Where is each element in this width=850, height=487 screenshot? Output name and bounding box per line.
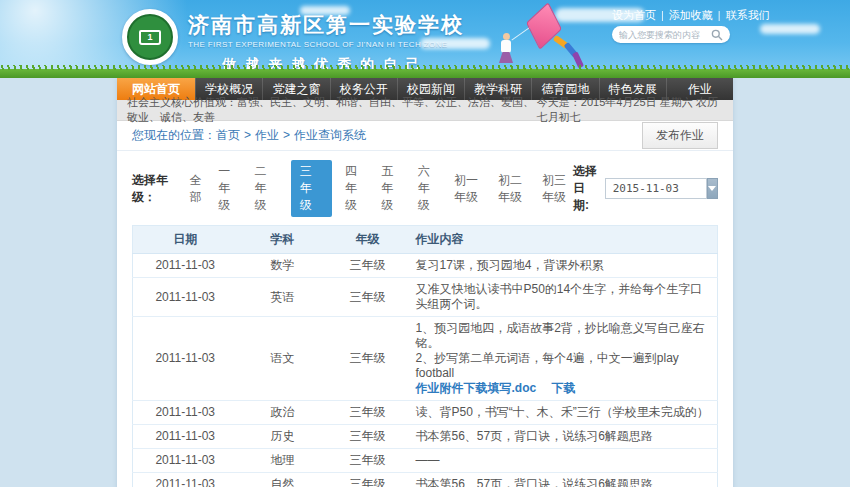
breadcrumb-separator: >: [244, 128, 251, 142]
homework-line-2: 2、抄写第二单元词语，每个4遍，中文一遍到play football: [416, 351, 710, 381]
values-bar: 社会主义核心价值观：富强、民主、文明、和谐、自由、平等、公正、法治、爱国、敬业、…: [117, 100, 733, 121]
breadcrumb: 您现在的位置：首页>作业>作业查询系统: [132, 127, 366, 144]
school-logo: 1: [122, 9, 178, 65]
table-row-nature: 2011-11-03 自然 三年级 书本第56、57页，背口诀，说练习6解题思路: [133, 473, 718, 487]
grade-option-4[interactable]: 四年级: [345, 163, 368, 214]
grade-option-junior3[interactable]: 初三年级: [542, 172, 573, 206]
school-name: 济南市高新区第一实验学校: [188, 11, 464, 39]
cell-grade: 三年级: [328, 473, 408, 487]
contact-us-link[interactable]: 联系我们: [726, 9, 770, 21]
grade-option-junior2[interactable]: 初二年级: [498, 172, 529, 206]
cell-content: ——: [408, 449, 718, 473]
table-row-history: 2011-11-03 历史 三年级 书本第56、57页，背口诀，说练习6解题思路: [133, 425, 718, 449]
cell-subject: 历史: [238, 425, 328, 449]
cell-subject: 政治: [238, 401, 328, 425]
cell-grade: 三年级: [328, 254, 408, 278]
cell-date: 2011-11-03: [133, 317, 238, 401]
grade-options: 全部 一年级 二年级 三年级 四年级 五年级 六年级 初一年级 初二年级 初三年…: [177, 160, 573, 217]
grade-option-3-selected[interactable]: 三年级: [291, 160, 332, 217]
download-link[interactable]: 下载: [552, 381, 576, 395]
cell-date: 2011-11-03: [133, 401, 238, 425]
grass-strip: [0, 69, 850, 78]
cell-content: 书本第56、57页，背口诀，说练习6解题思路: [408, 473, 718, 487]
search-box[interactable]: [612, 26, 730, 43]
cell-subject: 地理: [238, 449, 328, 473]
homework-line-1: 1、预习园地四，成语故事2背，抄比喻意义写自己座右铭。: [416, 321, 710, 351]
grade-filter-label: 选择年级：: [132, 172, 177, 206]
grade-option-all[interactable]: 全部: [190, 172, 206, 206]
grade-option-1[interactable]: 一年级: [218, 163, 241, 214]
cell-date: 2011-11-03: [133, 278, 238, 317]
cell-date: 2011-11-03: [133, 473, 238, 487]
topbar-separator: |: [661, 9, 664, 21]
topbar-links: 设为首页|添加收藏|联系我们: [612, 8, 742, 23]
cell-date: 2011-11-03: [133, 254, 238, 278]
girl-figure: [499, 52, 513, 63]
book-icon: 1: [139, 30, 161, 45]
grade-option-junior1[interactable]: 初一年级: [454, 172, 485, 206]
table-row-geography: 2011-11-03 地理 三年级 ——: [133, 449, 718, 473]
column-header-grade: 年级: [328, 226, 408, 254]
cell-grade: 三年级: [328, 401, 408, 425]
cell-grade: 三年级: [328, 425, 408, 449]
cell-subject: 数学: [238, 254, 328, 278]
column-header-content: 作业内容: [408, 226, 718, 254]
girl-figure: [501, 40, 511, 53]
breadcrumb-separator: >: [283, 128, 290, 142]
cell-content: 复习17课，预习园地4，背课外积累: [408, 254, 718, 278]
attachment-file-link[interactable]: 作业附件下载填写.doc: [416, 381, 537, 395]
school-logo-emblem: 1: [127, 14, 173, 60]
cell-subject: 语文: [238, 317, 328, 401]
add-favorite-link[interactable]: 添加收藏: [669, 9, 713, 21]
topbar-separator: |: [718, 9, 721, 21]
girl-figure: [503, 33, 510, 40]
cell-grade: 三年级: [328, 317, 408, 401]
attachment-row: 作业附件下载填写.doc 下载: [416, 381, 710, 396]
cell-content: 又准又快地认读书中P50的14个生字，并给每个生字口头组两个词。: [408, 278, 718, 317]
grade-option-2[interactable]: 二年级: [255, 163, 278, 214]
table-header-row: 日期 学科 年级 作业内容: [133, 226, 718, 254]
table-row-chinese: 2011-11-03 语文 三年级 1、预习园地四，成语故事2背，抄比喻意义写自…: [133, 317, 718, 401]
column-header-date: 日期: [133, 226, 238, 254]
cell-content: 1、预习园地四，成语故事2背，抄比喻意义写自己座右铭。 2、抄写第二单元词语，每…: [408, 317, 718, 401]
cell-subject: 英语: [238, 278, 328, 317]
breadcrumb-prefix: 您现在的位置：: [132, 128, 216, 142]
breadcrumb-row: 您现在的位置：首页>作业>作业查询系统 发布作业: [117, 121, 733, 151]
grade-option-6[interactable]: 六年级: [418, 163, 441, 214]
cell-content: 书本第56、57页，背口诀，说练习6解题思路: [408, 425, 718, 449]
cell-grade: 三年级: [328, 449, 408, 473]
school-name-english: THE FIRST EXPERIMENTAL SCHOOL OF JI'NAN …: [188, 40, 464, 49]
date-filter: 选择日期:: [573, 163, 718, 214]
main-column: 网站首页 学校概况 党建之窗 校务公开 校园新闻 教学科研 德育园地 特色发展 …: [117, 78, 733, 487]
homework-table: 日期 学科 年级 作业内容 2011-11-03 数学 三年级 复习17课，预习…: [132, 225, 718, 487]
breadcrumb-section[interactable]: 作业: [255, 128, 279, 142]
date-dropdown-button[interactable]: [707, 178, 718, 199]
grade-option-5[interactable]: 五年级: [381, 163, 404, 214]
table-row-english: 2011-11-03 英语 三年级 又准又快地认读书中P50的14个生字，并给每…: [133, 278, 718, 317]
cell-subject: 自然: [238, 473, 328, 487]
set-homepage-link[interactable]: 设为首页: [612, 9, 656, 21]
breadcrumb-home[interactable]: 首页: [216, 128, 240, 142]
breadcrumb-current: 作业查询系统: [294, 128, 366, 142]
site-header: 1 济南市高新区第一实验学校 THE FIRST EXPERIMENTAL SC…: [0, 0, 850, 78]
table-row-politics: 2011-11-03 政治 三年级 读、背P50，书写“十、木、禾”三行（学校里…: [133, 401, 718, 425]
cell-date: 2011-11-03: [133, 449, 238, 473]
cell-date: 2011-11-03: [133, 425, 238, 449]
today-date-text: 今天是：2015年4月25日 星期六 农历七月初七: [537, 95, 723, 125]
search-icon[interactable]: [711, 29, 723, 41]
homework-table-wrap: 日期 学科 年级 作业内容 2011-11-03 数学 三年级 复习17课，预习…: [117, 225, 733, 487]
publish-homework-button[interactable]: 发布作业: [642, 122, 718, 149]
cloud: [760, 24, 820, 34]
filter-row: 选择年级： 全部 一年级 二年级 三年级 四年级 五年级 六年级 初一年级 初二…: [117, 151, 733, 225]
column-header-subject: 学科: [238, 226, 328, 254]
kite-girl-illustration: [487, 3, 597, 73]
cell-content: 读、背P50，书写“十、木、禾”三行（学校里未完成的）: [408, 401, 718, 425]
cell-grade: 三年级: [328, 278, 408, 317]
core-values-text: 社会主义核心价值观：富强、民主、文明、和谐、自由、平等、公正、法治、爱国、敬业、…: [127, 95, 537, 125]
date-filter-label: 选择日期:: [573, 163, 599, 214]
search-input[interactable]: [619, 30, 711, 40]
chevron-down-icon: [708, 186, 716, 191]
table-row-math: 2011-11-03 数学 三年级 复习17课，预习园地4，背课外积累: [133, 254, 718, 278]
date-input[interactable]: [605, 178, 707, 199]
